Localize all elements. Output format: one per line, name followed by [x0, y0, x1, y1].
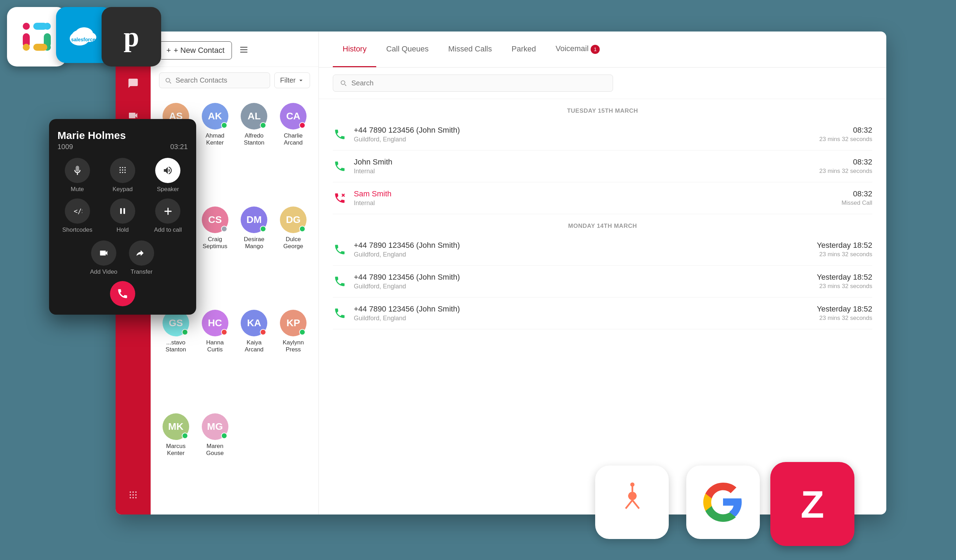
sidebar-chat-icon[interactable]	[124, 74, 142, 93]
call-secondary-controls: </> Shortcodes Hold Add to call	[57, 198, 188, 234]
incoming-call-icon	[333, 127, 347, 141]
history-call-name: +44 7890 123456 (John Smith)	[354, 125, 819, 135]
history-call-time: 08:3223 mins 32 seconds	[819, 157, 872, 175]
main-window: + + New Contact Filter	[116, 31, 886, 515]
call-duration: 23 mins 32 seconds	[819, 168, 872, 175]
hold-label: Hold	[116, 226, 129, 234]
status-dot	[221, 122, 227, 129]
speaker-button[interactable]: Speaker	[148, 158, 188, 193]
svg-point-35	[122, 172, 123, 173]
filter-label: Filter	[280, 76, 296, 84]
svg-rect-7	[23, 44, 30, 51]
keypad-button[interactable]: Keypad	[103, 158, 142, 193]
svg-point-42	[630, 483, 634, 487]
call-time-main: 08:32	[841, 189, 872, 198]
contact-item[interactable]: AKAhmad Kenter	[195, 97, 235, 201]
list-view-button[interactable]	[236, 42, 252, 59]
call-time-main: Yesterday 18:52	[817, 304, 872, 314]
contact-name: Ahmad Kenter	[198, 132, 232, 146]
call-extra-controls: Add Video Transfer	[88, 240, 158, 275]
contact-item[interactable]: MGMaren Gouse	[195, 408, 235, 511]
history-panel: HistoryCall QueuesMissed CallsParkedVoic…	[319, 31, 886, 515]
incoming-call-icon	[333, 159, 347, 173]
history-item[interactable]: +44 7890 123456 (John Smith)Guildford, E…	[333, 119, 872, 151]
history-search-area	[319, 67, 886, 99]
contact-item[interactable]: DGDulce George	[274, 201, 313, 304]
p-app-icon[interactable]: p	[102, 7, 161, 66]
history-search-input[interactable]	[351, 79, 606, 87]
hangup-button[interactable]	[110, 281, 135, 306]
svg-rect-38	[120, 208, 122, 214]
call-time-main: 08:32	[819, 157, 872, 166]
history-item[interactable]: John SmithInternal08:3223 mins 32 second…	[333, 151, 872, 182]
contact-item[interactable]: DMDesirae Mango	[235, 201, 274, 304]
contact-item[interactable]: GS...stavo Stanton	[156, 304, 195, 408]
history-search-icon	[340, 79, 347, 87]
svg-point-17	[132, 494, 134, 496]
hold-button[interactable]: Hold	[103, 198, 142, 234]
contact-item[interactable]: MKMarcus Kenter	[156, 408, 195, 511]
contacts-search-box[interactable]	[159, 72, 270, 88]
history-item[interactable]: +44 7890 123456 (John Smith)Guildford, E…	[333, 298, 872, 329]
hubspot-app-icon[interactable]	[595, 466, 669, 539]
history-item[interactable]: +44 7890 123456 (John Smith)Guildford, E…	[333, 266, 872, 298]
call-time-main: Yesterday 18:52	[817, 241, 872, 250]
transfer-label: Transfer	[131, 268, 153, 275]
contact-item[interactable]: KAKaiya Arcand	[235, 304, 274, 408]
keypad-label: Keypad	[112, 186, 133, 193]
add-to-call-label: Add to call	[154, 226, 182, 234]
call-header: Marie Holmes 1009 03:21	[57, 130, 188, 151]
shortcodes-button[interactable]: </> Shortcodes	[57, 198, 97, 234]
svg-point-34	[120, 172, 121, 173]
contact-item[interactable]: HCHanna Curtis	[195, 304, 235, 408]
new-contact-label: + New Contact	[174, 46, 225, 55]
transfer-button[interactable]: Transfer	[126, 240, 158, 275]
svg-point-20	[132, 497, 134, 499]
history-details: +44 7890 123456 (John Smith)Guildford, E…	[354, 241, 817, 258]
missed-call-icon	[333, 191, 347, 205]
contact-item[interactable]: KPKaylynn Press	[274, 304, 313, 408]
contact-item[interactable]: ALAlfredo Stanton	[235, 97, 274, 201]
mute-button[interactable]: Mute	[57, 158, 97, 193]
svg-point-31	[120, 169, 121, 171]
call-duration: 23 mins 32 seconds	[817, 283, 872, 290]
history-tabs: HistoryCall QueuesMissed CallsParkedVoic…	[319, 31, 886, 67]
incoming-call-icon	[333, 243, 347, 257]
history-tab[interactable]: Call Queues	[376, 32, 438, 67]
svg-rect-1	[23, 23, 30, 30]
contacts-search-area: Filter	[151, 67, 318, 94]
status-dot	[221, 226, 227, 232]
google-app-icon[interactable]	[686, 466, 760, 539]
svg-point-18	[135, 494, 137, 496]
search-contacts-input[interactable]	[176, 76, 265, 84]
history-tab[interactable]: Parked	[502, 32, 546, 67]
history-call-sub: Internal	[354, 199, 841, 207]
contact-item[interactable]: CSCraig Septimus	[195, 201, 235, 304]
svg-text:</>: </>	[74, 207, 82, 215]
contact-name: ...stavo Stanton	[159, 339, 193, 353]
history-tab[interactable]: Missed Calls	[439, 32, 502, 67]
add-to-call-button[interactable]: Add to call	[148, 198, 188, 234]
avatar-wrapper: KP	[280, 310, 307, 336]
history-call-name: +44 7890 123456 (John Smith)	[354, 241, 817, 250]
call-duration: 23 mins 32 seconds	[819, 136, 872, 143]
call-timer: 03:21	[170, 143, 188, 151]
contact-name: Kaiya Arcand	[237, 339, 271, 353]
history-item[interactable]: +44 7890 123456 (John Smith)Guildford, E…	[333, 234, 872, 266]
history-details: +44 7890 123456 (John Smith)Guildford, E…	[354, 125, 819, 143]
history-tab[interactable]: Voicemail1	[546, 31, 610, 67]
sidebar-keypad-icon[interactable]	[124, 486, 142, 504]
history-tab[interactable]: History	[333, 32, 376, 67]
svg-point-30	[124, 167, 126, 168]
history-search-box[interactable]	[333, 75, 613, 92]
contacts-header: + + New Contact	[151, 31, 318, 67]
z-app-icon[interactable]: Z	[770, 462, 854, 546]
avatar-wrapper: KA	[241, 310, 267, 336]
filter-button[interactable]: Filter	[274, 72, 310, 88]
add-video-button[interactable]: Add Video	[88, 240, 120, 275]
history-item[interactable]: Sam SmithInternal08:32Missed Call	[333, 182, 872, 214]
contact-item[interactable]: CACharlie Arcand	[274, 97, 313, 201]
call-time-main: 08:32	[819, 125, 872, 135]
new-contact-button[interactable]: + + New Contact	[159, 41, 232, 60]
history-call-time: 08:32Missed Call	[841, 189, 872, 207]
